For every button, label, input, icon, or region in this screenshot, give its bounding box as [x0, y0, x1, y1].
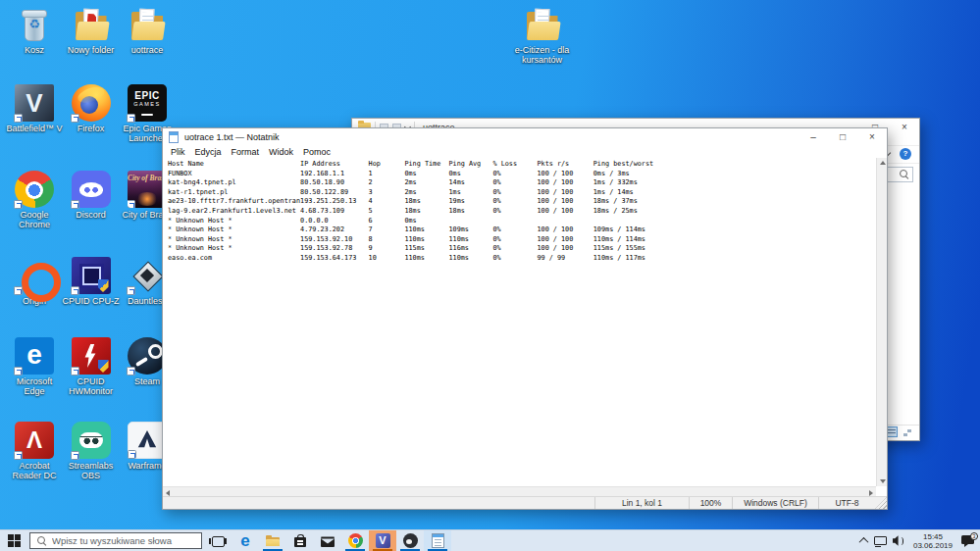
notepad-text[interactable]: Host Name IP Address Hop Ping Time Ping … [163, 158, 887, 264]
taskbar-button-edge[interactable]: e [232, 530, 259, 551]
desktop-icon-acrobat-reader-dc[interactable]: ΛAcrobat Reader DC [6, 422, 63, 480]
shortcut-arrow-icon [127, 286, 135, 295]
icon-label: Acrobat Reader DC [6, 461, 63, 480]
store-icon [291, 532, 309, 550]
icon-label: uottrace [119, 45, 176, 55]
desktop-icon-uottrace-folder[interactable]: uottrace [119, 6, 176, 55]
scroll-down-icon[interactable] [880, 479, 886, 483]
desktop-icon-nowy-folder[interactable]: Nowy folder [63, 6, 120, 55]
scroll-right-icon[interactable] [869, 490, 873, 496]
google-chrome-icon [15, 171, 54, 208]
notepad-status-bar: Lin 1, kol 1100%Windows (CRLF)UTF-8 [163, 496, 887, 509]
menu-format[interactable]: Format [227, 146, 265, 158]
desktop-icon-discord[interactable]: Discord [63, 171, 120, 220]
taskbar-button-store[interactable] [286, 530, 314, 551]
city-of-brass-icon: City of Brass [128, 171, 167, 208]
icon-label: Kosz [6, 45, 63, 55]
shortcut-arrow-icon [14, 200, 23, 209]
minimize-button[interactable]: – [799, 128, 828, 146]
shortcut-arrow-icon [128, 450, 136, 459]
windows-logo-icon [8, 534, 21, 547]
volume-icon[interactable] [893, 534, 905, 547]
notepad-window: uotrace 1.txt — Notatnik – □ × PlikEdycj… [162, 127, 888, 510]
uottrace-folder-icon [128, 6, 167, 43]
action-center-icon[interactable]: 3 [960, 533, 976, 548]
icon-label: Streamlabs OBS [63, 461, 120, 480]
menu-widok[interactable]: Widok [264, 146, 298, 158]
start-button[interactable] [0, 530, 27, 551]
desktop-icon-microsoft-edge[interactable]: eMicrosoft Edge [6, 337, 63, 396]
taskbar-button-task-view[interactable] [204, 530, 232, 551]
taskbar-button-chrome[interactable] [341, 530, 369, 551]
tray-overflow-chevron-icon[interactable] [859, 537, 869, 547]
acrobat-reader-dc-icon: Λ [15, 422, 54, 459]
menu-pomoc[interactable]: Pomoc [298, 146, 335, 158]
status-cell: Lin 1, kol 1 [594, 497, 689, 509]
taskbar-button-file-explorer[interactable] [259, 530, 286, 551]
shortcut-arrow-icon [128, 200, 135, 208]
vertical-scrollbar[interactable] [876, 158, 887, 486]
icon-label: Discord [63, 210, 120, 220]
file-explorer-icon [264, 532, 282, 550]
search-icon [900, 170, 909, 179]
desktop-icon-streamlabs-obs[interactable]: Streamlabs OBS [63, 422, 120, 480]
dark-circle-app-icon [403, 533, 418, 548]
notepad-window-title: uotrace 1.txt — Notatnik [184, 128, 280, 146]
desktop: ♻KoszNowy folderuottraceVBattlefield™ VF… [0, 0, 980, 551]
notepad-title-bar[interactable]: uotrace 1.txt — Notatnik – □ × [163, 128, 887, 146]
warframe-icon [128, 422, 167, 459]
close-button[interactable]: × [890, 119, 919, 136]
streamlabs-obs-icon [72, 422, 111, 459]
menu-edycja[interactable]: Edycja [190, 146, 227, 158]
resize-grip[interactable] [875, 497, 887, 509]
clock-date: 03.06.2019 [911, 541, 954, 550]
chrome-icon [348, 533, 363, 548]
notepad-icon [432, 533, 444, 548]
taskbar-button-battlefield-v[interactable]: V [369, 530, 396, 551]
desktop-icon-e-citizen-folder[interactable]: e-Citizen - dla kursantów [514, 6, 571, 65]
clock-time: 15:45 [911, 532, 954, 541]
discord-icon [72, 171, 111, 208]
taskbar-button-mail[interactable] [314, 530, 341, 551]
taskbar-button-dark-circle-app[interactable] [396, 530, 424, 551]
task-view-icon [209, 532, 227, 550]
desktop-icon-firefox[interactable]: Firefox [63, 84, 120, 133]
network-icon[interactable] [873, 534, 887, 548]
steam-icon [128, 337, 167, 375]
shortcut-arrow-icon [71, 114, 79, 123]
nowy-folder-icon [72, 6, 111, 43]
thumbnails-view-button[interactable] [902, 426, 913, 437]
notepad-text-area[interactable]: Host Name IP Address Hop Ping Time Ping … [163, 158, 887, 486]
desktop-icon-kosz[interactable]: ♻Kosz [6, 6, 63, 55]
taskbar: eV 15:45 03.06.2019 3 [0, 529, 980, 551]
notepad-menu-bar: PlikEdycjaFormatWidokPomoc [163, 146, 887, 158]
taskbar-search[interactable] [29, 532, 202, 549]
dauntless-icon [128, 257, 167, 294]
taskbar-clock[interactable]: 15:45 03.06.2019 [911, 532, 954, 550]
desktop-icon-google-chrome[interactable]: Google Chrome [6, 171, 63, 229]
search-input[interactable] [52, 534, 201, 547]
scroll-up-icon[interactable] [880, 161, 886, 165]
epic-games-launcher-icon: EPICGAMES [128, 84, 167, 122]
help-icon[interactable]: ? [900, 148, 911, 160]
close-button[interactable]: × [857, 128, 887, 146]
system-tray: 15:45 03.06.2019 3 [860, 530, 978, 551]
kosz-icon: ♻ [15, 6, 54, 43]
icon-label: Nowy folder [63, 45, 120, 55]
horizontal-scrollbar[interactable] [163, 486, 876, 496]
shortcut-arrow-icon [71, 367, 79, 376]
shortcut-arrow-icon [14, 367, 23, 376]
desktop-icon-origin[interactable]: Origin [6, 257, 63, 306]
shortcut-arrow-icon [14, 451, 23, 460]
scroll-left-icon[interactable] [166, 490, 170, 496]
desktop-icon-cpuid-hwmonitor[interactable]: CPUID HWMonitor [63, 337, 120, 396]
taskbar-button-notepad[interactable] [424, 530, 451, 551]
desktop-icon-cpuid-cpu-z[interactable]: CPUID CPU-Z [63, 257, 120, 306]
maximize-button[interactable]: □ [828, 128, 857, 146]
notepad-icon [169, 131, 179, 143]
desktop-icon-battlefield-v[interactable]: VBattlefield™ V [6, 84, 63, 133]
status-cell: Windows (CRLF) [732, 497, 818, 509]
shortcut-arrow-icon [71, 286, 79, 295]
icon-label: Google Chrome [6, 210, 63, 229]
menu-plik[interactable]: Plik [166, 146, 190, 158]
